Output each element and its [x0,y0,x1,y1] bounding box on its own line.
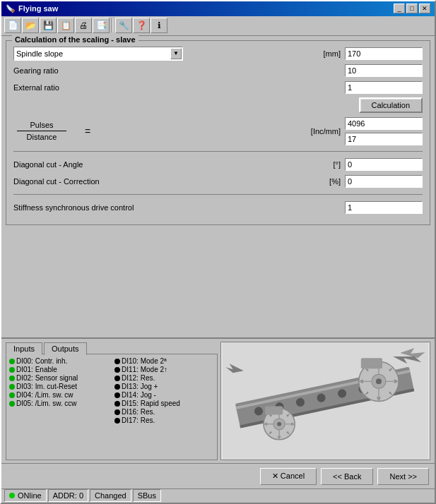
main-window: 🪚 Flying saw _ □ ✕ 📄 📂 💾 📋 🖨 📑 🔧 ❓ ℹ Cal… [0,0,436,504]
tools-button[interactable]: 🔧 [115,18,132,33]
di-dot [9,401,15,407]
sbus-status: SBus [133,489,161,502]
copy-button[interactable]: 📋 [57,18,74,33]
list-item [9,416,109,424]
tabs-area: Inputs Outputs DI00: Contr. inh. DI10: M… [6,342,218,460]
diagonal-correction-unit: [%] [317,177,345,186]
list-item: DI12: Res. [114,374,214,382]
list-item: DI05: /Lim. sw. ccw [9,400,109,407]
fraction-inputs [345,117,423,145]
scaling-group: Calculation of the scaling - slave Spind… [6,40,430,225]
distance-input[interactable] [345,133,423,145]
list-item: DI00: Contr. inh. [9,357,109,365]
list-item: DI11: Mode 2↑ [114,366,214,373]
svg-point-28 [277,422,281,426]
tab-outputs[interactable]: Outputs [44,342,87,355]
external-ratio-input[interactable] [345,81,423,94]
di-dot [9,367,15,373]
di-dot [114,409,120,415]
cancel-button[interactable]: ✕ Cancel [260,468,317,485]
maximize-button[interactable]: □ [406,4,418,13]
action-bar: ✕ Cancel << Back Next >> [1,463,435,488]
stiffness-label: Stiffness synchronous drive control [13,203,141,212]
di-dot [114,376,120,381]
close-button[interactable]: ✕ [419,4,430,13]
list-item: DI15: Rapid speed [114,400,214,407]
diagonal-correction-input[interactable] [345,175,423,188]
new-button[interactable]: 📄 [4,18,21,33]
pages-button[interactable]: 📑 [93,18,110,33]
tab-bar: Inputs Outputs [6,342,218,354]
online-dot [9,493,15,498]
divider-1 [13,151,423,152]
info-button[interactable]: ℹ [151,18,167,33]
spindle-slope-row: Spindle slope ▼ [mm] [13,47,423,61]
di-dot [9,376,15,381]
di-grid: DI00: Contr. inh. DI10: Mode 2ª DI01: En… [9,357,214,424]
pulses-label: Pulses [17,121,66,131]
spindle-slope-input[interactable] [345,47,423,60]
external-ratio-row: External ratio [13,80,423,95]
di-dot [9,392,15,398]
gearing-ratio-input[interactable] [345,64,423,77]
di-dot [114,392,120,398]
saw-svg [221,342,430,460]
diagonal-angle-row: Diagonal cut - Angle [°] [13,157,423,172]
diagonal-angle-unit: [°] [317,160,345,169]
fraction-unit: [Inc/mm] [98,127,345,136]
print-button[interactable]: 🖨 [75,18,92,33]
spindle-slope-dropdown[interactable]: Spindle slope [13,47,183,61]
diagonal-correction-row: Diagonal cut - Correction [%] [13,174,423,188]
group-title: Calculation of the scaling - slave [12,35,139,44]
divider-2 [13,194,423,195]
list-item: DI02: Sensor signal [9,374,109,382]
toolbar-separator [112,18,113,32]
open-button[interactable]: 📂 [22,18,39,33]
diagonal-correction-label: Diagonal cut - Correction [13,177,141,186]
minimize-button[interactable]: _ [394,4,405,13]
di-dot [114,384,120,390]
title-bar: 🪚 Flying saw _ □ ✕ [1,1,435,16]
help-button[interactable]: ❓ [133,18,150,33]
main-content: Calculation of the scaling - slave Spind… [1,36,435,338]
online-label: ONline [18,491,42,500]
tab-inputs[interactable]: Inputs [6,342,42,355]
gearing-ratio-row: Gearing ratio [13,64,423,78]
back-button[interactable]: << Back [321,468,373,485]
equals-sign: = [77,126,98,137]
save-button[interactable]: 💾 [40,18,57,33]
external-ratio-label: External ratio [13,83,141,92]
toolbar: 📄 📂 💾 📋 🖨 📑 🔧 ❓ ℹ [1,16,435,36]
svg-point-13 [376,379,382,385]
list-item: DI03: Im. cut-Reset [9,383,109,390]
distance-label: Distance [17,133,66,141]
list-item: DI16: Res. [114,408,214,416]
saw-image-area [220,342,430,460]
list-item: DI17: Res. [114,416,214,424]
list-item: DI01: Enable [9,366,109,373]
gearing-ratio-label: Gearing ratio [13,66,141,75]
diagonal-angle-label: Diagonal cut - Angle [13,160,141,169]
list-item: DI10: Mode 2ª [114,357,214,365]
list-item: DI13: Jog + [114,383,214,390]
window-icon: 🪚 [6,4,16,13]
status-bar: ONline ADDR: 0 Changed SBus [1,488,435,503]
diagonal-angle-input[interactable] [345,158,423,171]
addr-label: ADDR: 0 [53,491,83,500]
calculation-button[interactable]: Calculation [359,97,423,113]
stiffness-input[interactable] [345,201,423,214]
sbus-label: SBus [138,491,156,500]
title-bar-left: 🪚 Flying saw [6,4,58,13]
addr-status: ADDR: 0 [48,489,88,502]
changed-status: Changed [90,489,131,502]
next-button[interactable]: Next >> [377,468,429,485]
fraction-labels: Pulses Distance [13,121,70,141]
calculation-button-row: Calculation [13,97,423,113]
di-dot [114,359,120,364]
pulses-input[interactable] [345,117,423,130]
changed-label: Changed [95,491,126,500]
window-title: Flying saw [18,4,58,13]
tab-content-inputs: DI00: Contr. inh. DI10: Mode 2ª DI01: En… [6,354,218,460]
di-dot [114,401,120,407]
online-status: ONline [4,489,47,502]
